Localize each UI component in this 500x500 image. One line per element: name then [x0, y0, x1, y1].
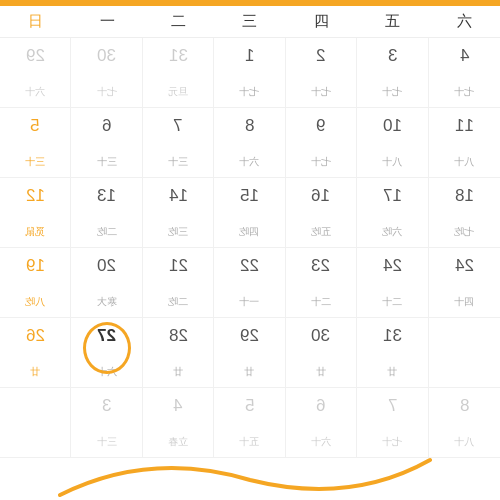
- lunar-label: 六十: [97, 365, 117, 379]
- cal-cell[interactable]: 12觅鼠: [0, 178, 71, 248]
- cal-cell[interactable]: [429, 318, 500, 388]
- header-fri: 五: [357, 6, 428, 37]
- day-number: 17: [383, 186, 402, 206]
- cal-cell[interactable]: 26廿: [0, 318, 71, 388]
- day-number: 28: [169, 326, 188, 346]
- day-number: 4: [460, 46, 469, 66]
- cal-cell[interactable]: 29六十: [0, 38, 71, 108]
- lunar-label: 八十: [382, 155, 402, 169]
- cal-cell[interactable]: 1七十: [214, 38, 285, 108]
- lunar-label: 七十: [97, 85, 117, 99]
- cal-cell[interactable]: 21二吃: [143, 248, 214, 318]
- lunar-label: 七十: [311, 85, 331, 99]
- cal-cell[interactable]: 2七十: [286, 38, 357, 108]
- day-number: 9: [316, 116, 325, 136]
- cal-cell[interactable]: 29廿: [214, 318, 285, 388]
- header-mon: 一: [71, 6, 142, 37]
- day-number: 30: [97, 46, 116, 66]
- calendar: 日 一 二 三 四 五 六 29六十30七十31旦元1七十2七十3七十4七十5三…: [0, 6, 500, 458]
- day-number: 11: [455, 116, 474, 136]
- cal-cell[interactable]: 31廿: [357, 318, 428, 388]
- lunar-label: 五吃: [311, 225, 331, 239]
- cal-cell[interactable]: 14三吃: [143, 178, 214, 248]
- cal-cell[interactable]: 19八吃: [0, 248, 71, 318]
- day-number: 29: [26, 46, 45, 66]
- cal-cell[interactable]: 9七十: [286, 108, 357, 178]
- cal-cell[interactable]: 28廿: [143, 318, 214, 388]
- cal-cell[interactable]: 11八十: [429, 108, 500, 178]
- cal-cell[interactable]: 5三十: [0, 108, 71, 178]
- lunar-label: 七吃: [454, 225, 474, 239]
- cal-cell[interactable]: 20寒大: [71, 248, 142, 318]
- cal-cell[interactable]: 3三十: [71, 388, 142, 458]
- header-wed: 三: [214, 6, 285, 37]
- lunar-label: 廿: [244, 365, 254, 379]
- cal-cell[interactable]: 7三十: [143, 108, 214, 178]
- day-number: 24: [383, 256, 402, 276]
- cal-cell[interactable]: 8八十: [429, 388, 500, 458]
- cal-cell[interactable]: 24二十: [357, 248, 428, 318]
- cal-cell[interactable]: 10八十: [357, 108, 428, 178]
- cal-cell[interactable]: 6六十: [286, 388, 357, 458]
- day-number: 30: [311, 326, 330, 346]
- cal-cell[interactable]: 30七十: [71, 38, 142, 108]
- day-number: 4: [173, 396, 182, 416]
- cal-cell[interactable]: 16五吃: [286, 178, 357, 248]
- day-number: 6: [102, 116, 111, 136]
- day-number: 8: [245, 116, 254, 136]
- cal-cell[interactable]: 5五十: [214, 388, 285, 458]
- day-number: 13: [97, 186, 116, 206]
- lunar-label: 四吃: [239, 225, 259, 239]
- lunar-label: 三十: [97, 435, 117, 449]
- lunar-label: 三十: [97, 155, 117, 169]
- cal-cell[interactable]: 8六十: [214, 108, 285, 178]
- day-number: 2: [316, 46, 325, 66]
- day-number: 12: [26, 186, 45, 206]
- cal-cell[interactable]: 27六十: [71, 318, 142, 388]
- lunar-label: 旦元: [168, 85, 188, 99]
- cal-cell[interactable]: 13二吃: [71, 178, 142, 248]
- cal-cell[interactable]: 22一十: [214, 248, 285, 318]
- day-number: 3: [388, 46, 397, 66]
- lunar-label: 八吃: [25, 295, 45, 309]
- calendar-header: 日 一 二 三 四 五 六: [0, 6, 500, 38]
- cal-cell[interactable]: 31旦元: [143, 38, 214, 108]
- day-number: 5: [245, 396, 254, 416]
- lunar-label: 六十: [311, 435, 331, 449]
- cal-cell[interactable]: [0, 388, 71, 458]
- cal-cell[interactable]: 30廿: [286, 318, 357, 388]
- lunar-label: 廿: [316, 365, 326, 379]
- lunar-label: 七十: [382, 85, 402, 99]
- day-number: 15: [240, 186, 259, 206]
- lunar-label: 七十: [239, 85, 259, 99]
- day-number: 7: [173, 116, 182, 136]
- lunar-label: 廿: [387, 365, 397, 379]
- cal-cell[interactable]: 23二十: [286, 248, 357, 318]
- lunar-label: 七十: [454, 85, 474, 99]
- day-number: 31: [383, 326, 402, 346]
- cal-cell[interactable]: 6三十: [71, 108, 142, 178]
- cal-cell[interactable]: 4立春: [143, 388, 214, 458]
- day-number: 3: [102, 396, 111, 416]
- day-number: 6: [316, 396, 325, 416]
- cal-cell[interactable]: 3七十: [357, 38, 428, 108]
- lunar-label: 廿: [30, 365, 40, 379]
- day-number: 31: [169, 46, 188, 66]
- day-number: 1: [245, 46, 254, 66]
- lunar-label: 五十: [239, 435, 259, 449]
- day-number: 7: [388, 396, 397, 416]
- lunar-label: 觅鼠: [25, 225, 45, 239]
- lunar-label: 六十: [25, 85, 45, 99]
- cal-cell[interactable]: 17六吃: [357, 178, 428, 248]
- lunar-label: 二吃: [168, 295, 188, 309]
- cal-cell[interactable]: 4七十: [429, 38, 500, 108]
- cal-cell[interactable]: 7七十: [357, 388, 428, 458]
- day-number: 8: [460, 396, 469, 416]
- cal-cell[interactable]: 24四十: [429, 248, 500, 318]
- cal-cell[interactable]: 18七吃: [429, 178, 500, 248]
- lunar-label: 二吃: [97, 225, 117, 239]
- cal-cell[interactable]: 15四吃: [214, 178, 285, 248]
- lunar-label: 六十: [239, 155, 259, 169]
- day-number: 5: [30, 116, 39, 136]
- lunar-label: 立春: [168, 435, 188, 449]
